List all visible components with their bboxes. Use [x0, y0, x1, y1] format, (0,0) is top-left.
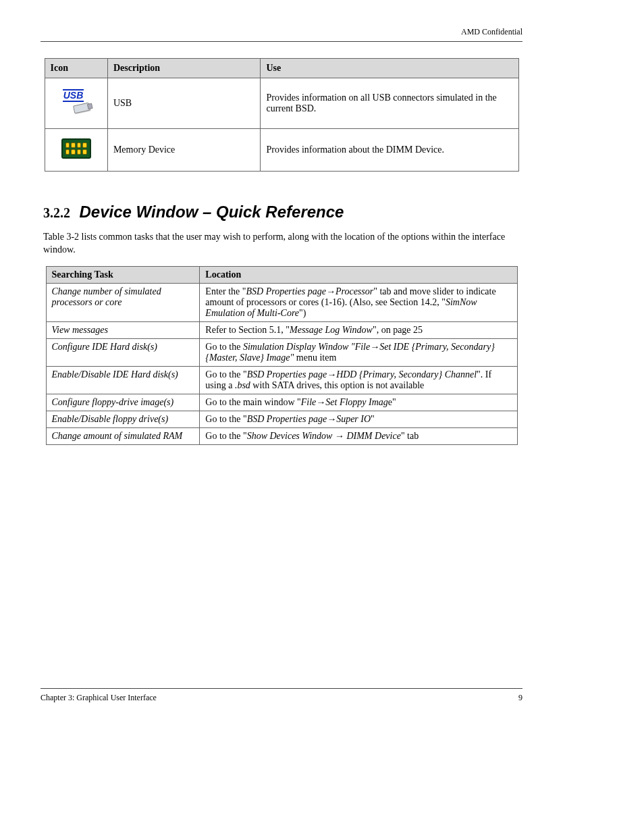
- search-cell: Configure IDE Hard disk(s): [46, 338, 200, 366]
- footer-right: 9: [518, 693, 522, 703]
- search-cell: Configure floppy-drive image(s): [46, 394, 200, 411]
- search-cell: Change number of simulated processors or…: [46, 283, 200, 321]
- section-number: 3.2.2: [43, 205, 70, 221]
- section-heading: 3.2.2 Device Window – Quick Reference: [41, 186, 522, 221]
- icon-table-head-use: Use: [261, 59, 518, 78]
- location-cell: Go to the "BSD Properties page→Super IO": [200, 411, 517, 427]
- search-cell: Enable/Disable IDE Hard disk(s): [46, 366, 200, 394]
- page-header-right: AMD Confidential: [41, 0, 522, 42]
- table-row: Change number of simulated processors or…: [46, 283, 517, 321]
- location-cell: Enter the "BSD Properties page→Processor…: [200, 283, 517, 321]
- table-row: Configure floppy-drive image(s)Go to the…: [46, 394, 517, 411]
- search-cell: View messages: [46, 321, 200, 338]
- table-row: Enable/Disable IDE Hard disk(s)Go to the…: [46, 366, 517, 394]
- table-row: USB USB Provides information on all USB …: [45, 78, 518, 129]
- icon-table-head-icon: Icon: [45, 59, 107, 78]
- location-cell: Go to the main window "File→Set Floppy I…: [200, 394, 517, 411]
- footer-left: Chapter 3: Graphical User Interface: [41, 693, 157, 703]
- common-table: Searching Task Location Change number of…: [46, 266, 518, 445]
- intro-paragraph: Table 3-2 lists common tasks that the us…: [41, 231, 522, 257]
- section-title: Device Window – Quick Reference: [80, 203, 344, 221]
- icon-desc: Memory Device: [107, 129, 261, 172]
- memory-chip-icon: [61, 138, 91, 159]
- location-cell: Go to the Simulation Display Window "Fil…: [200, 338, 517, 366]
- icon-desc: USB: [107, 78, 261, 129]
- search-cell: Enable/Disable floppy drive(s): [46, 411, 200, 427]
- icon-use: Provides information about the DIMM Devi…: [261, 129, 518, 172]
- location-cell: Refer to Section 5.1, "Message Log Windo…: [200, 321, 517, 338]
- icon-table-head-desc: Description: [107, 59, 261, 78]
- table-row: View messagesRefer to Section 5.1, "Mess…: [46, 321, 517, 338]
- usb-icon: USB: [61, 89, 91, 115]
- icon-use: Provides information on all USB connecto…: [261, 78, 518, 129]
- location-cell: Go to the "Show Devices Window → DIMM De…: [200, 427, 517, 444]
- common-head-location: Location: [200, 266, 517, 283]
- location-cell: Go to the "BSD Properties page→HDD {Prim…: [200, 366, 517, 394]
- table-row: Change amount of simulated RAMGo to the …: [46, 427, 517, 444]
- icon-table: Icon Description Use USB USB Provides in…: [45, 58, 519, 172]
- page-footer: Chapter 3: Graphical User Interface 9: [41, 688, 522, 703]
- table-row: Enable/Disable floppy drive(s)Go to the …: [46, 411, 517, 427]
- search-cell: Change amount of simulated RAM: [46, 427, 200, 444]
- table-row: Configure IDE Hard disk(s)Go to the Simu…: [46, 338, 517, 366]
- table-row: Memory Device Provides information about…: [45, 129, 518, 172]
- common-head-search: Searching Task: [46, 266, 200, 283]
